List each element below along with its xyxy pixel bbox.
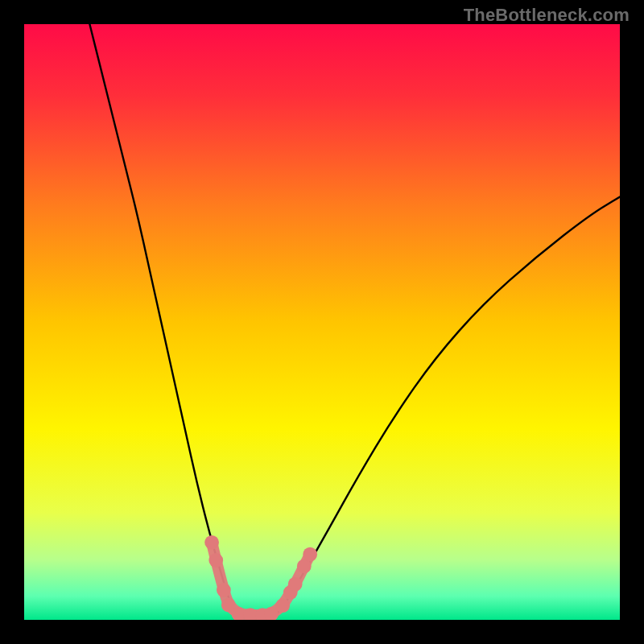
marker-point-0 [204,535,219,550]
marker-point-2 [217,583,231,597]
bottleneck-curve-chart [24,24,620,620]
marker-point-10 [288,577,303,592]
watermark-text: TheBottleneck.com [464,5,630,26]
marker-point-12 [303,547,317,562]
marker-point-8 [275,598,290,613]
plot-area [24,24,620,620]
gradient-background [24,24,620,620]
chart-frame: TheBottleneck.com [0,0,644,644]
marker-point-1 [208,553,223,568]
